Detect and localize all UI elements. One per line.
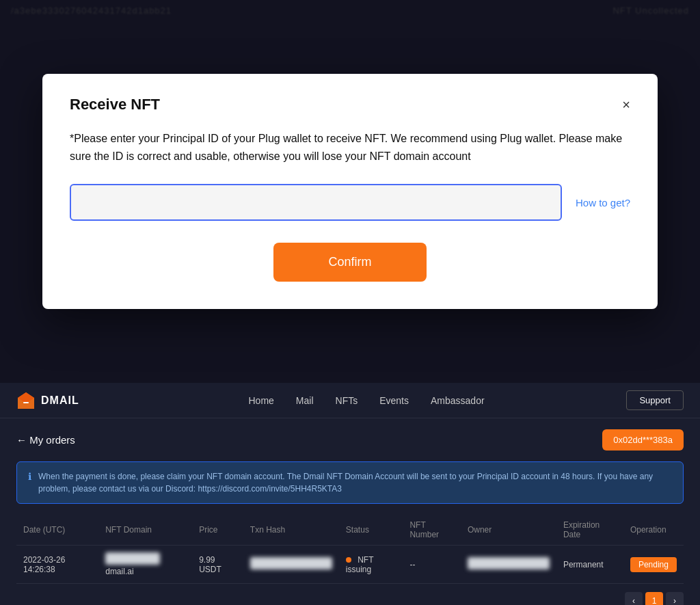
pending-button[interactable]: Pending <box>630 557 677 572</box>
cell-txn-hash <box>243 546 339 584</box>
cell-operation: Pending <box>623 546 684 584</box>
cell-expiration: Permanent <box>556 546 623 584</box>
cell-nft-number: -- <box>403 546 461 584</box>
modal-title: Receive NFT <box>70 96 160 113</box>
col-operation: Operation <box>623 515 684 546</box>
logo-area: DMAIL <box>16 391 79 410</box>
navbar: DMAIL Home Mail NFTs Events Ambassador S… <box>0 383 700 418</box>
nav-ambassador[interactable]: Ambassador <box>431 395 485 406</box>
confirm-button[interactable]: Confirm <box>273 243 426 282</box>
back-orders-label: ← My orders <box>16 434 75 446</box>
txn-hash-blurred <box>250 557 332 569</box>
logo-text: DMAIL <box>41 394 79 407</box>
col-status: Status <box>339 515 403 546</box>
cell-owner <box>461 546 556 584</box>
col-price: Price <box>192 515 243 546</box>
modal-overlay: Receive NFT × *Please enter your Princip… <box>0 0 700 383</box>
nav-links: Home Mail NFTs Events Ambassador <box>107 395 627 406</box>
input-row: How to get? <box>70 184 630 221</box>
owner-blurred <box>468 557 550 569</box>
nav-events[interactable]: Events <box>379 395 409 406</box>
next-page-button[interactable]: › <box>666 592 684 605</box>
modal-header: Receive NFT × <box>70 96 630 113</box>
col-expiration: Expiration Date <box>556 515 623 546</box>
support-button[interactable]: Support <box>626 390 684 410</box>
wallet-address-button[interactable]: 0x02dd***383a <box>602 429 684 451</box>
page-1-button[interactable]: 1 <box>645 592 663 605</box>
modal-close-button[interactable]: × <box>622 98 630 111</box>
nav-mail[interactable]: Mail <box>296 395 314 406</box>
orders-section: ← My orders 0x02dd***383a ℹ When the pay… <box>0 418 700 605</box>
bottom-section: DMAIL Home Mail NFTs Events Ambassador S… <box>0 383 700 605</box>
prev-page-button[interactable]: ‹ <box>625 592 643 605</box>
principal-id-input[interactable] <box>70 184 562 221</box>
dmail-logo-icon <box>16 391 36 410</box>
nft-domain-suffix: dmail.ai <box>105 567 133 576</box>
col-nft-domain: NFT Domain <box>98 515 192 546</box>
cell-price: 9.99 USDT <box>192 546 243 584</box>
table-row: 2022-03-26 14:26:38 dmail.ai 9.99 USDT N… <box>16 546 684 584</box>
col-txn-hash: Txn Hash <box>243 515 339 546</box>
cell-date: 2022-03-26 14:26:38 <box>16 546 98 584</box>
back-orders[interactable]: ← My orders <box>16 434 75 446</box>
col-owner: Owner <box>461 515 556 546</box>
confirm-button-row: Confirm <box>70 243 630 282</box>
nav-nfts[interactable]: NFTs <box>336 395 358 406</box>
table-header: Date (UTC) NFT Domain Price Txn Hash Sta… <box>16 515 684 546</box>
col-nft-number: NFT Number <box>403 515 461 546</box>
nft-domain-blurred <box>105 552 160 565</box>
svg-rect-2 <box>23 402 29 403</box>
cell-nft-domain: dmail.ai <box>98 546 192 584</box>
orders-header: ← My orders 0x02dd***383a <box>16 429 684 451</box>
info-icon: ℹ <box>28 471 31 482</box>
col-date: Date (UTC) <box>16 515 98 546</box>
nav-home[interactable]: Home <box>249 395 274 406</box>
cell-status: NFT issuing <box>339 546 403 584</box>
pagination: ‹ 1 › <box>16 584 684 605</box>
orders-table: Date (UTC) NFT Domain Price Txn Hash Sta… <box>16 515 684 584</box>
status-dot <box>346 557 351 563</box>
modal-description: *Please enter your Principal ID of your … <box>70 130 630 165</box>
receive-nft-modal: Receive NFT × *Please enter your Princip… <box>42 74 658 309</box>
info-banner: ℹ When the payment is done, please claim… <box>16 461 684 504</box>
how-to-get-link[interactable]: How to get? <box>576 197 630 209</box>
table-body: 2022-03-26 14:26:38 dmail.ai 9.99 USDT N… <box>16 546 684 584</box>
info-banner-text: When the payment is done, please claim y… <box>38 470 672 495</box>
